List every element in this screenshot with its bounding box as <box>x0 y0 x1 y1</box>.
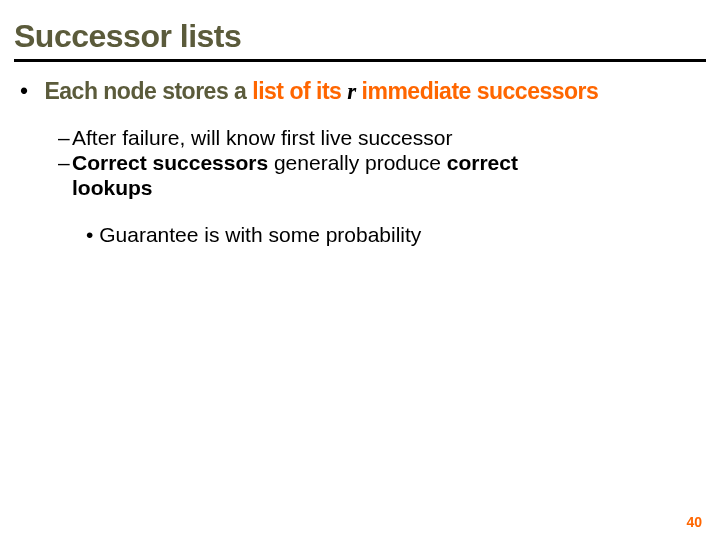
page-number: 40 <box>686 514 702 530</box>
slide-title: Successor lists <box>14 18 706 55</box>
sub-line2: –Correct successors generally produce co… <box>58 150 706 175</box>
dash-icon: – <box>58 150 72 175</box>
title-rule <box>14 59 706 62</box>
bullet-dot: • <box>86 223 93 246</box>
sub-line2-c: correct <box>447 151 518 174</box>
sub-line1-text: After failure, will know first live succ… <box>72 126 452 149</box>
bullet1-list: list of its <box>252 78 341 104</box>
dash-icon: – <box>58 125 72 150</box>
sub-line2-b: generally produce <box>268 151 447 174</box>
bullet-level2: –After failure, will know first live suc… <box>58 125 706 201</box>
sub-line2-a: Correct successors <box>72 151 268 174</box>
sub2-text: Guarantee is with some probability <box>99 223 421 246</box>
slide: Successor lists • Each node stores a lis… <box>0 0 720 540</box>
bullet1-r: r <box>347 79 355 104</box>
bullet-dot: • <box>20 78 28 104</box>
sub-line2-cont: lookups <box>58 175 706 200</box>
bullet-level3: • Guarantee is with some probability <box>86 223 706 247</box>
bullet1-prefix: Each node stores a <box>44 78 246 104</box>
sub-line2-d: lookups <box>72 176 153 199</box>
bullet1-text: Each node stores a list of its r immedia… <box>44 78 598 104</box>
bullet1-tail: immediate successors <box>362 78 599 104</box>
bullet1-highlight: list of its r immediate successors <box>252 78 598 104</box>
sub-line1: –After failure, will know first live suc… <box>58 125 706 150</box>
bullet-level1: • Each node stores a list of its r immed… <box>20 78 706 105</box>
